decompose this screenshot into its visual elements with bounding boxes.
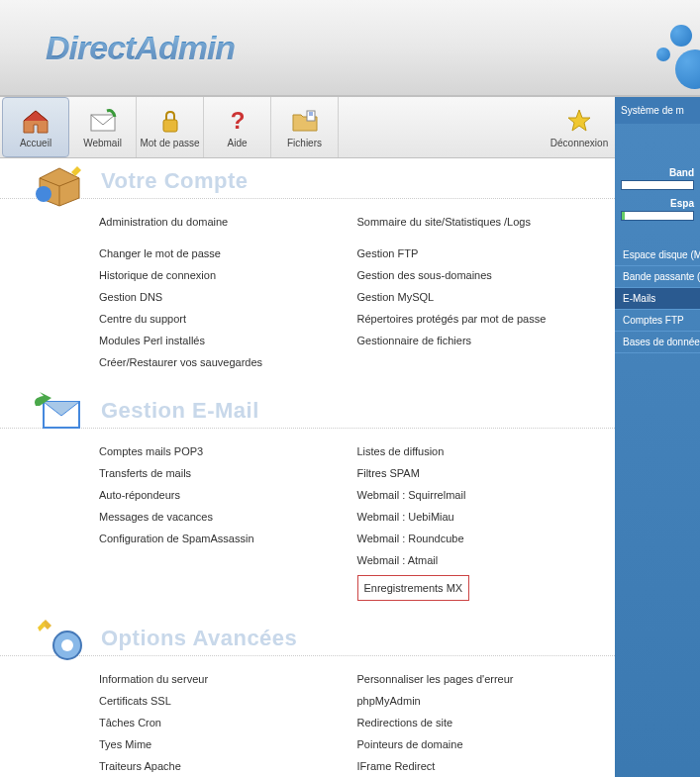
link-error-pages[interactable]: Personnaliser les pages d'erreur [357,668,616,690]
sidebar-item-bandwidth[interactable]: Bande passante ( [615,266,700,288]
toolbar-help-button[interactable]: ? Aide [204,97,271,157]
toolbar-label: Fichiers [287,138,322,148]
link-login-history[interactable]: Historique de connexion [99,264,357,286]
link-redirects[interactable]: Redirections de site [357,712,616,733]
link-subdomains[interactable]: Gestion des sous-domaines [357,264,616,286]
link-spam-filters[interactable]: Filtres SPAM [357,462,616,484]
tools-icon [30,616,89,665]
link-stats[interactable]: Sommaire du site/Statistiques /Logs [357,211,616,233]
email-links-left: Comptes mails POP3 Transferts de mails A… [99,440,357,601]
header: DirectAdmin [0,0,700,97]
link-vacation[interactable]: Messages de vacances [99,506,357,528]
toolbar-label: Accueil [20,138,51,148]
folder-icon [289,107,321,135]
link-dns[interactable]: Gestion DNS [99,286,357,308]
toolbar-files-button[interactable]: Fichiers [271,97,339,157]
link-domain-admin[interactable]: Administration du domaine [99,211,357,233]
link-squirrelmail[interactable]: Webmail : Squirrelmail [357,484,616,506]
link-backups[interactable]: Créer/Restaurer vos sauvegardes [99,351,357,373]
link-change-password[interactable]: Changer le mot de passe [99,243,357,264]
account-links-left: Administration du domaine Changer le mot… [99,211,357,373]
link-file-manager[interactable]: Gestionnaire de fichiers [357,330,616,351]
link-phpmyadmin[interactable]: phpMyAdmin [357,690,616,712]
sidebar-stat-space: Espa [615,194,700,225]
toolbar: Accueil Webmail Mot de passe ? Aide [0,97,615,158]
link-server-info[interactable]: Information du serveur [99,668,357,690]
section-email: Gestion E-Mail Comptes mails POP3 Transf… [0,388,615,616]
sidebar-menu: Espace disque (M Bande passante ( E-Mail… [615,244,700,353]
toolbar-home-button[interactable]: Accueil [2,97,69,157]
toolbar-logout-button[interactable]: Déconnexion [546,97,613,157]
link-forwarders[interactable]: Transferts de mails [99,462,357,484]
link-iframe-redirect[interactable]: IFrame Redirect [357,755,616,777]
advanced-links-left: Information du serveur Certificats SSL T… [99,668,357,777]
question-icon: ? [222,107,253,135]
section-advanced: Options Avancées Information du serveur … [0,616,615,777]
link-apache-handlers[interactable]: Traiteurs Apache [99,755,357,777]
link-roundcube[interactable]: Webmail : Roundcube [357,528,616,549]
link-mailing-lists[interactable]: Listes de diffusion [357,440,616,462]
svg-rect-1 [163,120,177,132]
sidebar-stat-bandwidth: Band [615,163,700,194]
sidebar: Système de m Band Espa Espace disque (M … [615,97,700,777]
toolbar-label: Mot de passe [140,138,199,148]
main-panel: Accueil Webmail Mot de passe ? Aide [0,97,615,777]
brand-logo: DirectAdmin [46,29,235,67]
section-account: Votre Compte Administration du domaine C… [0,158,615,388]
link-spamassassin[interactable]: Configuration de SpamAssassin [99,528,357,549]
toolbar-webmail-button[interactable]: Webmail [69,97,137,157]
link-mime[interactable]: Tyes Mime [99,733,357,755]
link-autoresponders[interactable]: Auto-répondeurs [99,484,357,506]
link-mx-records[interactable]: Enregistrements MX [364,577,463,599]
link-protected-dirs[interactable]: Répertoires protégés par mot de passe [357,308,616,330]
link-ssl[interactable]: Certificats SSL [99,690,357,712]
header-decoration [631,0,700,97]
account-links-right: Sommaire du site/Statistiques /Logs Gest… [357,211,616,373]
box-icon [30,158,89,208]
sidebar-item-databases[interactable]: Bases de donnée [615,332,700,353]
link-domain-pointers[interactable]: Pointeurs de domaine [357,733,616,755]
svg-point-4 [36,186,51,202]
link-cron[interactable]: Tâches Cron [99,712,357,733]
lock-icon [154,107,186,135]
sidebar-title: Système de m [615,97,700,124]
section-title: Votre Compte [101,168,249,194]
house-icon [20,107,51,135]
toolbar-label: Webmail [83,138,122,148]
envelope-icon [30,388,89,437]
link-atmail[interactable]: Webmail : Atmail [357,549,616,571]
link-perl-modules[interactable]: Modules Perl installés [99,330,357,351]
email-links-right: Listes de diffusion Filtres SPAM Webmail… [357,440,616,601]
star-icon [563,107,595,135]
svg-text:?: ? [230,107,245,134]
link-ftp[interactable]: Gestion FTP [357,243,616,264]
toolbar-label: Déconnexion [550,138,608,148]
link-mysql[interactable]: Gestion MySQL [357,286,616,308]
advanced-links-right: Personnaliser les pages d'erreur phpMyAd… [357,668,616,777]
sidebar-item-disk[interactable]: Espace disque (M [615,244,700,266]
toolbar-label: Aide [227,138,247,148]
link-pop3[interactable]: Comptes mails POP3 [99,440,357,462]
section-title: Gestion E-Mail [101,398,259,424]
mail-icon [87,107,119,135]
link-support[interactable]: Centre du support [99,308,357,330]
sidebar-item-emails[interactable]: E-Mails [615,288,700,310]
sidebar-item-ftp[interactable]: Comptes FTP [615,310,700,332]
svg-point-7 [61,639,73,651]
section-title: Options Avancées [101,626,297,651]
link-uebimiau[interactable]: Webmail : UebiMiau [357,506,616,528]
toolbar-password-button[interactable]: Mot de passe [137,97,204,157]
